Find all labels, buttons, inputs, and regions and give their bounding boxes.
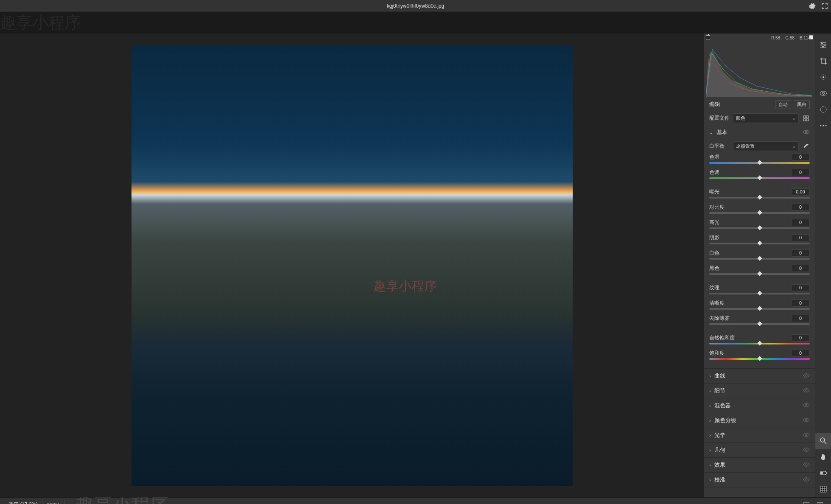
- slider-thumb[interactable]: [757, 241, 762, 245]
- slider-value[interactable]: 0: [791, 265, 810, 272]
- slider-track[interactable]: [709, 258, 810, 260]
- slider-value[interactable]: 0: [791, 219, 810, 226]
- slider-value[interactable]: 0.00: [791, 188, 810, 196]
- slider-thumb[interactable]: [757, 256, 762, 260]
- shadow-clip-indicator[interactable]: [706, 35, 710, 39]
- slider-thumb[interactable]: [757, 306, 762, 311]
- eye-icon[interactable]: [803, 477, 810, 482]
- slider-value[interactable]: 0: [791, 169, 810, 176]
- zoom-menu-button[interactable]: ⌄: [64, 502, 75, 504]
- slider-value[interactable]: 0: [791, 154, 810, 161]
- heal-icon[interactable]: [815, 69, 831, 85]
- slider-sliders2-5: 黑色 0: [704, 264, 815, 279]
- section-header[interactable]: › 细节: [704, 384, 815, 398]
- chevron-right-icon: ›: [709, 477, 711, 482]
- slider-value[interactable]: 0: [791, 315, 810, 322]
- slider-sliders2-1: 对比度 0: [704, 203, 815, 218]
- zoom-fit-button[interactable]: 适应 (17.2%): [4, 499, 42, 504]
- slider-label: 色调: [709, 169, 719, 176]
- histogram[interactable]: R:58 G:88 B:114: [704, 34, 815, 97]
- chevron-down-icon: ⌄: [792, 143, 796, 149]
- slider-track[interactable]: [709, 323, 810, 325]
- slider-track[interactable]: [709, 243, 810, 244]
- section-header[interactable]: › 颜色分级: [704, 413, 815, 428]
- mask-icon[interactable]: [815, 101, 831, 118]
- slider-sliders4-0: 自然饱和度 0: [704, 333, 815, 349]
- eye-tool-icon[interactable]: [815, 85, 831, 101]
- slider-track[interactable]: [709, 343, 810, 344]
- slider-value[interactable]: 0: [791, 249, 810, 257]
- hand-icon[interactable]: [815, 449, 831, 465]
- basic-header[interactable]: ⌄ 基本: [704, 125, 815, 140]
- slider-track[interactable]: [709, 212, 810, 214]
- slider-value[interactable]: 0: [791, 284, 810, 291]
- slider-value[interactable]: 0: [791, 350, 810, 357]
- eye-icon[interactable]: [803, 433, 810, 438]
- slider-thumb[interactable]: [757, 356, 762, 361]
- slider-value[interactable]: 0: [791, 300, 810, 307]
- slider-thumb[interactable]: [757, 341, 762, 345]
- eye-icon[interactable]: [803, 448, 810, 453]
- section-header[interactable]: › 混色器: [704, 398, 815, 413]
- adjust-icon[interactable]: [815, 37, 831, 53]
- slider-value[interactable]: 0: [791, 234, 810, 241]
- slider-track[interactable]: [709, 273, 810, 275]
- wb-select[interactable]: 原照设置 ⌄: [733, 141, 799, 151]
- section-label: 曲线: [714, 372, 803, 380]
- section-header[interactable]: › 光学: [704, 428, 815, 442]
- auto-button[interactable]: 自动: [775, 100, 791, 109]
- section-header[interactable]: › 曲线: [704, 369, 815, 383]
- slider-label: 色温: [709, 154, 719, 161]
- zoom-100-button[interactable]: 100%: [42, 500, 64, 504]
- fullscreen-icon[interactable]: [822, 3, 828, 9]
- canvas-area[interactable]: 趣享小程序: [0, 34, 704, 497]
- eye-icon[interactable]: [803, 130, 810, 135]
- slider-thumb[interactable]: [757, 175, 762, 180]
- basic-section: ⌄ 基本 白平衡 原照设置 ⌄ 色温: [704, 125, 815, 369]
- section-header[interactable]: › 几何: [704, 443, 815, 457]
- gear-icon[interactable]: [809, 3, 816, 9]
- profile-select[interactable]: 颜色 ⌄: [733, 113, 799, 123]
- slider-track[interactable]: [709, 177, 810, 179]
- eyedropper-icon[interactable]: [802, 143, 810, 150]
- view-split-icon[interactable]: [815, 500, 825, 504]
- slider-value[interactable]: 0: [791, 334, 810, 342]
- eye-icon[interactable]: [803, 418, 810, 423]
- eye-icon[interactable]: [803, 403, 810, 408]
- slider-track[interactable]: [709, 162, 810, 164]
- svg-point-11: [806, 464, 807, 465]
- svg-rect-0: [803, 116, 806, 118]
- edit-label: 编辑: [709, 101, 775, 108]
- section-细节: › 细节: [704, 384, 815, 398]
- section-校准: › 校准: [704, 473, 815, 487]
- slider-sliders3-0: 纹理 0: [704, 283, 815, 299]
- toggle-icon[interactable]: [815, 465, 831, 481]
- zoom-icon[interactable]: [815, 433, 831, 449]
- slider-value[interactable]: 0: [791, 204, 810, 211]
- slider-thumb[interactable]: [757, 291, 762, 295]
- slider-thumb[interactable]: [757, 210, 762, 215]
- bw-button[interactable]: 黑白: [794, 100, 810, 109]
- slider-track[interactable]: [709, 308, 810, 310]
- eye-icon[interactable]: [803, 462, 810, 468]
- eye-icon[interactable]: [803, 373, 810, 378]
- slider-track[interactable]: [709, 197, 810, 199]
- slider-thumb[interactable]: [757, 160, 762, 165]
- view-single-icon[interactable]: [801, 500, 811, 504]
- grid-icon[interactable]: [815, 481, 831, 497]
- slider-thumb[interactable]: [757, 321, 762, 326]
- slider-track[interactable]: [709, 293, 810, 294]
- eye-icon[interactable]: [803, 388, 810, 393]
- section-header[interactable]: › 效果: [704, 458, 815, 472]
- slider-group-3: 纹理 0 清晰度 0 去除薄雾 0: [704, 283, 815, 329]
- section-label: 细节: [714, 387, 803, 395]
- slider-thumb[interactable]: [757, 271, 762, 276]
- slider-thumb[interactable]: [757, 195, 762, 199]
- section-header[interactable]: › 校准: [704, 473, 815, 487]
- more-icon[interactable]: [815, 118, 831, 134]
- profile-browser-icon[interactable]: [802, 115, 810, 122]
- slider-thumb[interactable]: [757, 225, 762, 230]
- slider-track[interactable]: [709, 227, 810, 229]
- crop-icon[interactable]: [815, 53, 831, 69]
- slider-track[interactable]: [709, 358, 810, 360]
